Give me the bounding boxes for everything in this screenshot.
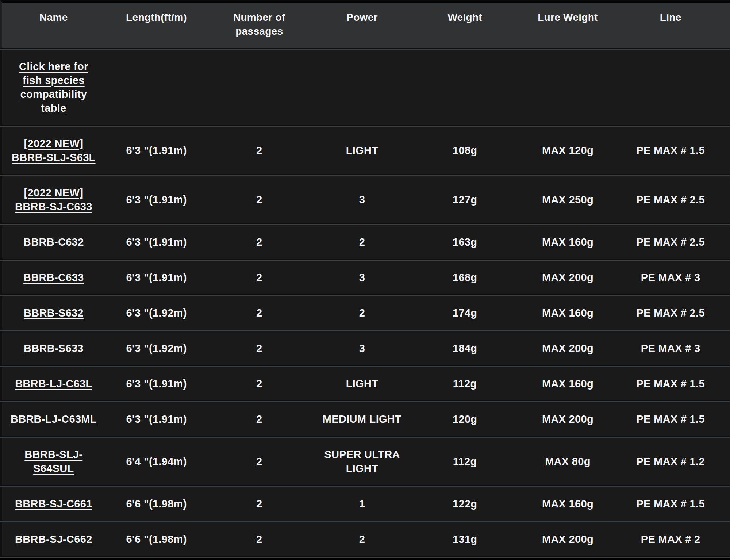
length-cell: 6'3 "(1.91m) — [105, 261, 208, 294]
power-cell: 3 — [311, 331, 414, 365]
column-header-line: Line — [619, 3, 722, 48]
rod-model-link[interactable]: BBRB-SJ-C662 — [15, 532, 92, 546]
weight-cell: 131g — [414, 522, 516, 556]
row-divider — [0, 556, 730, 558]
weight-cell: 174g — [414, 296, 516, 330]
weight-cell: 112g — [414, 438, 516, 485]
lure-weight-cell: MAX 160g — [516, 487, 619, 521]
line-cell: PE MAX # 3 — [619, 261, 722, 294]
passages-cell: 2 — [208, 176, 311, 223]
rod-model-link[interactable]: BBRB-S632 — [24, 306, 84, 320]
table-row: BBRB-SJ-C661 6'6 "(1.98m) 2 1 122g MAX 1… — [0, 487, 730, 521]
line-cell: PE MAX # 1.5 — [619, 367, 722, 400]
power-cell: MEDIUM LIGHT — [311, 402, 414, 436]
lure-weight-cell: MAX 200g — [516, 402, 619, 436]
fish-species-compatibility-link[interactable]: Click here for fish species compatibilit… — [19, 60, 88, 115]
rod-model-link[interactable]: BBRB-LJ-C63ML — [11, 412, 97, 426]
line-cell: PE MAX # 2.5 — [619, 296, 722, 330]
compatibility-link-row: Click here for fish species compatibilit… — [0, 50, 730, 125]
length-cell: 6'3 "(1.91m) — [105, 225, 208, 259]
power-cell: 1 — [311, 487, 414, 521]
column-header-weight: Weight — [414, 3, 516, 48]
power-cell: 2 — [311, 296, 414, 330]
power-cell: 2 — [311, 225, 414, 259]
table-row: BBRB-S633 6'3 "(1.92m) 2 3 184g MAX 200g… — [0, 331, 730, 365]
passages-cell: 2 — [208, 225, 311, 259]
line-cell: PE MAX # 1.5 — [619, 127, 722, 174]
line-cell: PE MAX # 1.5 — [619, 402, 722, 436]
length-cell: 6'6 "(1.98m) — [105, 522, 208, 556]
table-row: BBRB-LJ-C63ML 6'3 "(1.91m) 2 MEDIUM LIGH… — [0, 402, 730, 436]
line-cell: PE MAX # 2.5 — [619, 225, 722, 259]
table-row: BBRB-C632 6'3 "(1.91m) 2 2 163g MAX 160g… — [0, 225, 730, 259]
line-cell: PE MAX # 2 — [619, 522, 722, 556]
power-cell: 3 — [311, 261, 414, 294]
length-cell: 6'3 "(1.92m) — [105, 296, 208, 330]
lure-weight-cell: MAX 80g — [516, 438, 619, 485]
empty-cell — [105, 50, 208, 125]
rod-model-link[interactable]: [2022 NEW] BBRB-SJ-C633 — [15, 186, 92, 214]
power-cell: LIGHT — [311, 367, 414, 400]
length-cell: 6'3 "(1.91m) — [105, 127, 208, 174]
name-cell: BBRB-S633 — [2, 331, 105, 365]
column-header-passages: Number of passages — [208, 3, 311, 48]
line-cell: PE MAX # 1.2 — [619, 438, 722, 485]
rod-model-link[interactable]: BBRB-C633 — [23, 271, 84, 284]
passages-cell: 2 — [208, 487, 311, 521]
column-header-power: Power — [311, 3, 414, 48]
empty-cell — [619, 50, 722, 125]
weight-cell: 163g — [414, 225, 516, 259]
power-cell: 2 — [311, 522, 414, 556]
name-cell: [2022 NEW] BBRB-SLJ-S63L — [2, 127, 105, 174]
power-cell: 3 — [311, 176, 414, 223]
lure-weight-cell: MAX 120g — [516, 127, 619, 174]
lure-weight-cell: MAX 200g — [516, 261, 619, 294]
length-cell: 6'3 "(1.91m) — [105, 176, 208, 223]
power-cell: LIGHT — [311, 127, 414, 174]
empty-cell — [516, 50, 619, 125]
name-cell: BBRB-SJ-C662 — [2, 522, 105, 556]
rod-model-link[interactable]: BBRB-SJ-C661 — [15, 497, 92, 511]
line-cell: PE MAX # 1.5 — [619, 487, 722, 521]
lure-weight-cell: MAX 250g — [516, 176, 619, 223]
passages-cell: 2 — [208, 367, 311, 400]
lure-weight-cell: MAX 160g — [516, 296, 619, 330]
name-cell: BBRB-SJ-C661 — [2, 487, 105, 521]
power-cell: SUPER ULTRA LIGHT — [311, 438, 414, 485]
name-cell: Click here for fish species compatibilit… — [2, 50, 105, 125]
length-cell: 6'4 "(1.94m) — [105, 438, 208, 485]
column-header-lure-weight: Lure Weight — [516, 3, 619, 48]
rod-model-link[interactable]: BBRB-S633 — [24, 341, 84, 355]
empty-cell — [208, 50, 311, 125]
passages-cell: 2 — [208, 402, 311, 436]
rod-model-link[interactable]: [2022 NEW] BBRB-SLJ-S63L — [12, 137, 96, 164]
name-cell: BBRB-LJ-C63L — [2, 367, 105, 400]
weight-cell: 122g — [414, 487, 516, 521]
weight-cell: 108g — [414, 127, 516, 174]
passages-cell: 2 — [208, 261, 311, 294]
weight-cell: 112g — [414, 367, 516, 400]
length-cell: 6'6 "(1.98m) — [105, 487, 208, 521]
table-row: [2022 NEW] BBRB-SLJ-S63L 6'3 "(1.91m) 2 … — [0, 127, 730, 174]
rod-model-link[interactable]: BBRB-C632 — [23, 235, 84, 249]
table-body: [2022 NEW] BBRB-SLJ-S63L 6'3 "(1.91m) 2 … — [0, 125, 730, 558]
column-header-name: Name — [2, 3, 105, 48]
length-cell: 6'3 "(1.91m) — [105, 402, 208, 436]
rod-model-link[interactable]: BBRB-SLJ- S64SUL — [24, 448, 82, 475]
table-row: [2022 NEW] BBRB-SJ-C633 6'3 "(1.91m) 2 3… — [0, 176, 730, 223]
passages-cell: 2 — [208, 296, 311, 330]
lure-weight-cell: MAX 160g — [516, 367, 619, 400]
length-cell: 6'3 "(1.91m) — [105, 367, 208, 400]
passages-cell: 2 — [208, 438, 311, 485]
name-cell: [2022 NEW] BBRB-SJ-C633 — [2, 176, 105, 223]
rod-model-link[interactable]: BBRB-LJ-C63L — [15, 377, 92, 391]
empty-cell — [414, 50, 516, 125]
passages-cell: 2 — [208, 127, 311, 174]
weight-cell: 120g — [414, 402, 516, 436]
table-row: BBRB-S632 6'3 "(1.92m) 2 2 174g MAX 160g… — [0, 296, 730, 330]
weight-cell: 168g — [414, 261, 516, 294]
rod-spec-table: Name Length(ft/m) Number of passages Pow… — [0, 0, 730, 558]
weight-cell: 184g — [414, 331, 516, 365]
passages-cell: 2 — [208, 331, 311, 365]
line-cell: PE MAX # 2.5 — [619, 176, 722, 223]
